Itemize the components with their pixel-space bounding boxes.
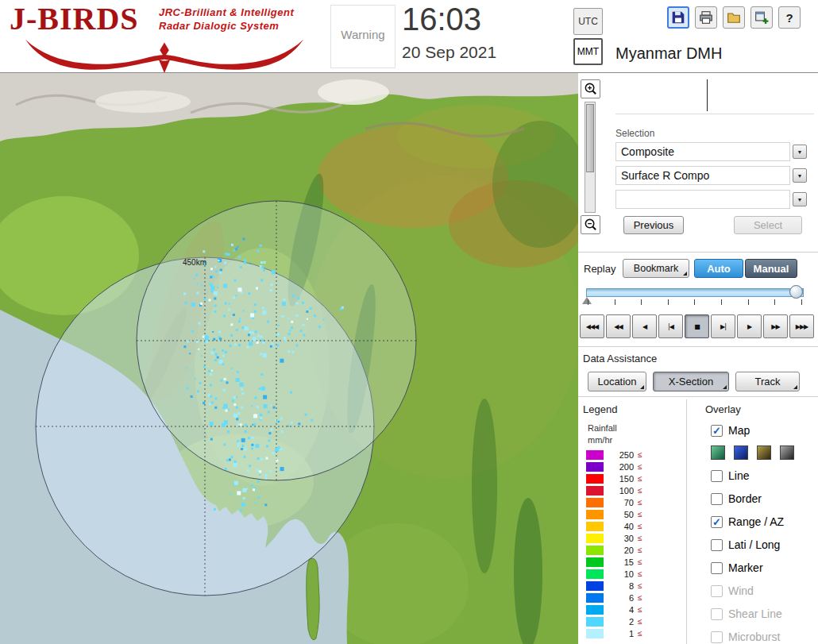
- lte-symbol: ≤: [638, 617, 642, 626]
- dropdown-product[interactable]: Surface R Compo: [615, 166, 790, 185]
- auto-mode-button[interactable]: Auto: [694, 259, 743, 278]
- legend-row-6: 6≤: [586, 592, 642, 603]
- overlay-item-lati-long[interactable]: Lati / Long: [711, 537, 816, 553]
- select-button[interactable]: Select: [734, 216, 802, 234]
- bookmark-button[interactable]: Bookmark: [623, 259, 689, 278]
- previous-button[interactable]: Previous: [623, 216, 684, 234]
- separator: [578, 346, 818, 347]
- timezone-mmt-button[interactable]: MMT: [573, 38, 603, 65]
- dropdown-composite-arrow[interactable]: ▼: [793, 145, 807, 159]
- legend-color-swatch: [586, 629, 604, 638]
- radar-map-area[interactable]: 450km: [0, 73, 578, 644]
- fast-forward-button[interactable]: ▶▶: [763, 314, 788, 338]
- replay-slider-thumb[interactable]: [789, 285, 803, 299]
- legend-value: 15: [615, 557, 634, 567]
- legend-row-100: 100≤: [586, 485, 642, 496]
- overlay-item-label: Lati / Long: [728, 538, 780, 551]
- timezone-utc-button[interactable]: UTC: [573, 8, 603, 35]
- radar-map: 450km: [0, 73, 578, 644]
- lte-symbol: ≤: [638, 486, 642, 495]
- legend-color-swatch: [586, 522, 604, 531]
- save-button[interactable]: [667, 6, 689, 29]
- range-az-checkbox[interactable]: ✓: [711, 516, 723, 528]
- legend-value: 10: [615, 569, 634, 579]
- app-logo-title: J-BIRDS: [10, 0, 139, 37]
- legend-row-150: 150≤: [586, 473, 642, 484]
- legend-row-40: 40≤: [586, 521, 642, 531]
- location-button[interactable]: Location: [588, 372, 646, 391]
- legend-value: 2: [615, 617, 634, 627]
- zoom-out-button[interactable]: [581, 215, 600, 234]
- manual-mode-button[interactable]: Manual: [745, 259, 797, 278]
- map-style-terrain-green[interactable]: [711, 445, 725, 460]
- help-button[interactable]: ?: [778, 6, 801, 29]
- overlay-item-shear-line: Shear Line: [711, 606, 816, 622]
- overlay-item-label: Wind: [728, 584, 754, 597]
- overlay-item-label: Range / AZ: [728, 515, 784, 528]
- open-folder-button[interactable]: [723, 6, 745, 29]
- overlay-item-label: Map: [728, 424, 750, 437]
- control-panel: Selection Composite ▼ Surface R Compo ▼ …: [578, 73, 818, 644]
- magnifier-plus-icon: [583, 82, 598, 97]
- separator: [578, 252, 818, 253]
- marker-checkbox[interactable]: [711, 562, 723, 574]
- overlay-item-line[interactable]: Line: [711, 468, 816, 484]
- overlay-item-microburst: Microburst: [711, 629, 816, 644]
- wind-checkbox: [711, 585, 723, 597]
- overlay-item-border[interactable]: Border: [711, 491, 816, 507]
- line-checkbox[interactable]: [711, 470, 723, 482]
- legend-value: 200: [615, 462, 634, 472]
- overlay-item-range-az[interactable]: ✓Range / AZ: [711, 514, 816, 530]
- warning-label: Warning: [331, 28, 395, 41]
- border-checkbox[interactable]: [711, 493, 723, 505]
- fast-rewind-max-button[interactable]: ◀◀◀: [580, 314, 604, 338]
- zoom-slider-track[interactable]: [585, 102, 596, 213]
- map-checkbox[interactable]: ✓: [711, 425, 723, 437]
- legend-row-10: 10≤: [586, 569, 642, 579]
- legend-row-200: 200≤: [586, 461, 642, 472]
- stop-button[interactable]: ■: [685, 314, 709, 338]
- warning-indicator: Warning: [330, 5, 395, 68]
- fast-rewind-button[interactable]: ◀◀: [606, 314, 631, 338]
- dropdown-composite[interactable]: Composite: [615, 142, 790, 161]
- dropdown-product-arrow[interactable]: ▼: [793, 168, 807, 183]
- overlay-list: ✓MapLineBorder✓Range / AZLati / LongMark…: [711, 422, 816, 644]
- lati-long-checkbox[interactable]: [711, 539, 723, 551]
- legend-unit: mm/hr: [588, 435, 612, 445]
- station-text-input[interactable]: [615, 76, 814, 114]
- jbirds-app: J-BIRDS JRC-Brilliant & Intelligent Rada…: [0, 0, 818, 644]
- dropdown-extra[interactable]: [615, 190, 790, 209]
- overlay-item-label: Marker: [728, 561, 763, 574]
- fast-forward-max-button[interactable]: ▶▶▶: [789, 314, 814, 338]
- overlay-label: Overlay: [705, 403, 741, 415]
- replay-slider-track[interactable]: [586, 288, 804, 297]
- zoom-slider-thumb[interactable]: [586, 104, 594, 172]
- play-button[interactable]: ▶: [737, 314, 762, 338]
- folder-icon: [727, 10, 741, 25]
- data-assistance-label: Data Assistance: [583, 353, 657, 364]
- playback-controls: ◀◀◀◀◀◀|◀■▶|▶▶▶▶▶▶: [580, 314, 814, 338]
- legend-value: 4: [615, 605, 634, 615]
- legend-row-15: 15≤: [586, 557, 642, 567]
- overlay-item-marker[interactable]: Marker: [711, 560, 816, 576]
- overlay-item-map[interactable]: ✓Map: [711, 422, 816, 438]
- map-island-strip: [307, 558, 319, 640]
- map-style-ocean-navy[interactable]: [734, 445, 748, 460]
- map-style-olive-relief[interactable]: [757, 445, 771, 460]
- dropdown-extra-arrow[interactable]: ▼: [793, 192, 807, 206]
- lte-symbol: ≤: [638, 557, 642, 566]
- zoom-in-button[interactable]: [581, 79, 600, 98]
- step-forward-button[interactable]: ▶|: [711, 314, 735, 338]
- lte-symbol: ≤: [638, 450, 642, 459]
- print-button[interactable]: [695, 6, 717, 29]
- data-assistance-buttons: LocationX-SectionTrack: [588, 372, 800, 391]
- selection-label: Selection: [615, 128, 654, 139]
- track-button[interactable]: Track: [735, 372, 800, 391]
- x-section-button[interactable]: X-Section: [653, 372, 729, 391]
- add-window-button[interactable]: [750, 6, 773, 29]
- step-back-button[interactable]: |◀: [658, 314, 683, 338]
- vertical-divider: [686, 399, 687, 644]
- play-backward-button[interactable]: ◀: [632, 314, 657, 338]
- replay-slider-ticks: [588, 299, 802, 305]
- map-style-grayscale[interactable]: [780, 445, 794, 460]
